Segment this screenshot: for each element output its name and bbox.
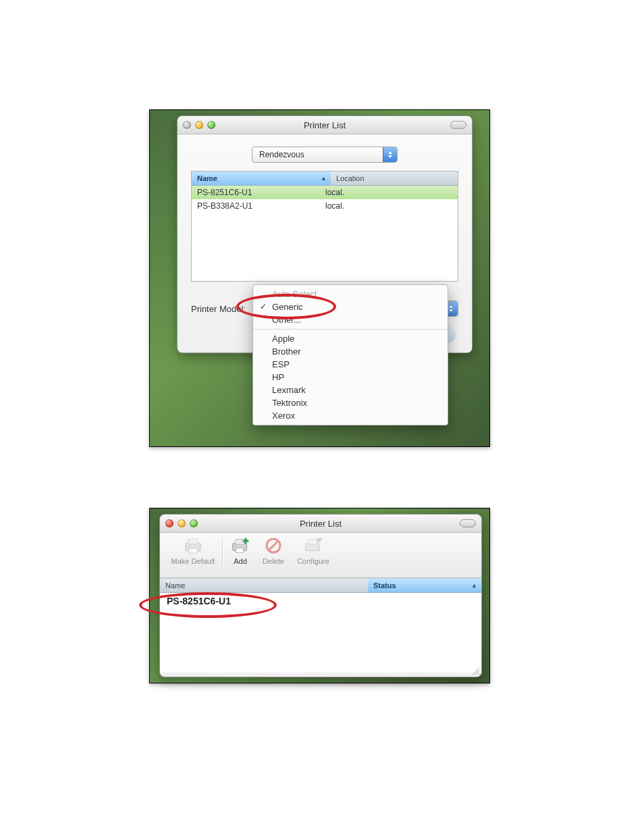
sort-asc-icon: ▲ bbox=[471, 582, 477, 589]
cell-name: PS-8251C6-U1 bbox=[167, 596, 364, 606]
col-location[interactable]: Location bbox=[331, 172, 458, 185]
table-row[interactable]: PS-8251C6-U1 bbox=[160, 593, 481, 609]
toolbar-label: Configure bbox=[297, 557, 329, 565]
toolbar-label: Add bbox=[234, 557, 247, 565]
titlebar[interactable]: Printer List bbox=[160, 515, 481, 533]
col-status[interactable]: Status ▲ bbox=[368, 579, 481, 592]
menu-item-other[interactable]: Other... bbox=[253, 313, 448, 326]
prohibited-icon bbox=[263, 536, 284, 556]
printer-configure-icon bbox=[303, 536, 323, 556]
table-row[interactable]: PS-8251C6-U1 local. bbox=[192, 186, 458, 199]
menu-item-generic[interactable]: Generic bbox=[253, 301, 448, 313]
cell-name: PS-B338A2-U1 bbox=[197, 201, 325, 211]
menu-item-lexmark[interactable]: Lexmark bbox=[253, 384, 448, 396]
menu-item-hp[interactable]: HP bbox=[253, 371, 448, 384]
sort-asc-icon: ▲ bbox=[321, 175, 327, 182]
resize-grip-icon[interactable] bbox=[471, 666, 480, 675]
printer-model-menu[interactable]: Auto Select Generic Other... Apple Broth… bbox=[252, 284, 448, 425]
svg-rect-4 bbox=[236, 540, 244, 545]
cell-name: PS-8251C6-U1 bbox=[197, 188, 325, 197]
svg-rect-1 bbox=[188, 539, 198, 544]
printers-header: Name Status ▲ bbox=[160, 578, 481, 593]
menu-separator bbox=[253, 329, 448, 330]
printer-list-window-main: Printer List Make Default Add bbox=[159, 514, 482, 677]
delete-printer-button: Delete bbox=[257, 536, 290, 565]
printer-model-label: Printer Model: bbox=[191, 304, 246, 314]
svg-rect-11 bbox=[308, 540, 317, 545]
window-title: Printer List bbox=[160, 519, 481, 529]
cell-location: local. bbox=[325, 188, 452, 197]
menu-item-apple[interactable]: Apple bbox=[253, 332, 448, 345]
configure-printer-button: Configure bbox=[290, 536, 336, 565]
menu-item-auto-select: Auto Select bbox=[253, 288, 448, 301]
browse-method-value: Rendezvous bbox=[259, 150, 304, 159]
toolbar: Make Default Add Delete bbox=[160, 533, 481, 578]
printer-icon bbox=[183, 536, 203, 556]
col-name[interactable]: Name bbox=[160, 579, 368, 592]
toolbar-separator bbox=[222, 538, 223, 568]
svg-rect-2 bbox=[189, 548, 197, 553]
svg-line-9 bbox=[269, 541, 278, 550]
table-row[interactable]: PS-B338A2-U1 local. bbox=[192, 199, 458, 213]
svg-line-14 bbox=[478, 673, 479, 675]
toolbar-label: Delete bbox=[263, 557, 284, 565]
cell-status bbox=[364, 596, 475, 606]
col-name[interactable]: Name ▲ bbox=[192, 172, 331, 185]
menu-item-xerox[interactable]: Xerox bbox=[253, 409, 448, 422]
menu-item-brother[interactable]: Brother bbox=[253, 345, 448, 358]
svg-rect-7 bbox=[243, 540, 248, 542]
chevron-updown-icon bbox=[383, 147, 397, 162]
printer-add-icon bbox=[230, 536, 250, 556]
svg-rect-5 bbox=[236, 548, 243, 553]
menu-item-esp[interactable]: ESP bbox=[253, 358, 448, 371]
menu-item-tektronix[interactable]: Tektronix bbox=[253, 396, 448, 409]
toolbar-toggle-pill[interactable] bbox=[460, 519, 476, 527]
cell-location: local. bbox=[325, 201, 452, 211]
make-default-button: Make Default bbox=[165, 536, 221, 565]
toolbar-label: Make Default bbox=[171, 557, 215, 565]
window-title: Printer List bbox=[178, 120, 472, 130]
add-printer-button[interactable]: Add bbox=[224, 536, 257, 565]
titlebar[interactable]: Printer List bbox=[178, 116, 472, 134]
browse-method-popup[interactable]: Rendezvous bbox=[252, 147, 398, 163]
printers-table[interactable]: Name ▲ Location PS-8251C6-U1 local. PS-B… bbox=[191, 171, 458, 282]
toolbar-toggle-pill[interactable] bbox=[450, 121, 466, 129]
